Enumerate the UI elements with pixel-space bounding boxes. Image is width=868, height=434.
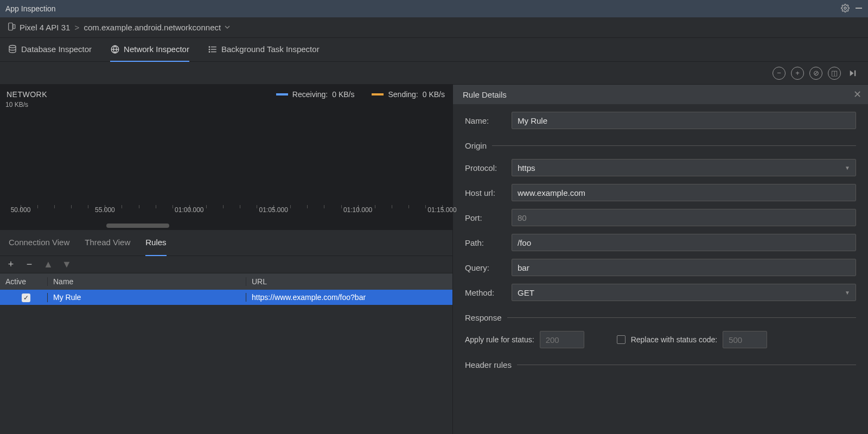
replace-status-checkbox[interactable] [617, 335, 626, 344]
apply-status-input[interactable] [540, 331, 584, 348]
rules-table-header: Active Name URL [0, 273, 452, 290]
remove-rule-button[interactable]: − [25, 259, 34, 270]
protocol-value: https [518, 163, 535, 173]
close-icon[interactable]: ✕ [853, 88, 861, 100]
sub-tabs: Connection View Thread View Rules [0, 230, 452, 256]
col-header-url[interactable]: URL [246, 277, 452, 286]
timeline-axis[interactable]: 50.00055.00001:00.00001:05.00001:10.0000… [0, 196, 452, 227]
origin-section-title: Origin [465, 141, 487, 150]
rules-table: Active Name URL ✓ My Rule https://www.ex… [0, 273, 452, 434]
timeline-scroll-thumb[interactable] [106, 224, 169, 228]
go-to-live-icon[interactable] [846, 67, 859, 80]
tab-background-task-inspector[interactable]: Background Task Inspector [208, 38, 320, 62]
chevron-down-icon: ▼ [845, 165, 850, 171]
timeline-tick-label: 01:15.000 [427, 206, 456, 214]
database-icon [8, 44, 17, 54]
inspector-tabs: Database Inspector Network Inspector Bac… [0, 38, 868, 62]
svg-point-4 [9, 45, 16, 48]
tab-label: Database Inspector [21, 44, 92, 54]
col-header-name[interactable]: Name [48, 277, 246, 286]
network-chart-panel: NETWORK Receiving: 0 KB/s Sending: 0 KB/… [0, 85, 452, 230]
response-section-divider: Response [465, 313, 856, 322]
network-legend: Receiving: 0 KB/s Sending: 0 KB/s [276, 90, 445, 99]
chevron-down-icon: ▼ [845, 290, 850, 296]
apply-status-label: Apply rule for status: [465, 335, 534, 344]
breadcrumb[interactable]: Pixel 4 API 31 > com.example.android.net… [20, 23, 221, 32]
tab-database-inspector[interactable]: Database Inspector [8, 38, 92, 62]
legend-swatch-orange [372, 93, 384, 95]
path-input[interactable] [512, 234, 856, 251]
active-checkbox[interactable]: ✓ [22, 293, 30, 302]
svg-rect-1 [856, 8, 862, 9]
zoom-out-icon[interactable]: − [773, 67, 786, 80]
y-axis-label: 10 KB/s [0, 101, 452, 108]
table-row[interactable]: ✓ My Rule https://www.example.com/foo?ba… [0, 290, 452, 305]
svg-point-0 [844, 7, 846, 9]
cell-active: ✓ [0, 293, 48, 302]
divider-line [517, 365, 856, 365]
host-label: Host url: [465, 188, 505, 197]
left-pane: NETWORK Receiving: 0 KB/s Sending: 0 KB/… [0, 85, 453, 434]
timeline-tick-label: 50.000 [11, 206, 31, 214]
timeline-tick-label: 55.000 [95, 206, 115, 214]
rule-details-header: Rule Details ✕ [453, 85, 868, 104]
legend-receiving-value: 0 KB/s [332, 90, 354, 99]
network-chart-title: NETWORK [7, 90, 47, 99]
name-label: Name: [465, 116, 505, 125]
minimize-icon[interactable] [855, 4, 863, 14]
host-input[interactable] [512, 184, 856, 201]
cell-name: My Rule [48, 293, 246, 302]
col-header-active[interactable]: Active [0, 277, 48, 286]
divider-line [507, 317, 856, 318]
svg-rect-2 [9, 23, 13, 30]
add-rule-button[interactable]: + [7, 259, 15, 270]
move-down-button[interactable]: ▼ [62, 259, 71, 270]
timeline-tick-label: 01:00.000 [175, 206, 203, 214]
protocol-select[interactable]: https ▼ [512, 159, 856, 176]
gear-icon[interactable] [841, 4, 850, 14]
svg-point-10 [209, 49, 210, 50]
origin-section-divider: Origin [465, 141, 856, 150]
port-input[interactable] [512, 209, 856, 226]
rule-details-body: Name: Origin Protocol: https ▼ Host url:… [453, 104, 868, 434]
rule-details-title: Rule Details [463, 90, 507, 99]
main-area: NETWORK Receiving: 0 KB/s Sending: 0 KB/… [0, 85, 868, 434]
tab-label: Background Task Inspector [221, 44, 320, 54]
move-up-button[interactable]: ▲ [43, 259, 52, 270]
port-label: Port: [465, 213, 505, 222]
svg-point-9 [209, 46, 210, 47]
tab-network-inspector[interactable]: Network Inspector [110, 38, 189, 62]
legend-swatch-blue [276, 93, 288, 95]
chevron-down-icon[interactable] [224, 23, 231, 32]
tab-label: Network Inspector [124, 44, 189, 54]
timeline-tick-label: 01:10.000 [343, 206, 372, 214]
reset-zoom-icon[interactable]: ⊘ [809, 67, 822, 80]
controls-bar: − + ⊘ ◫ [0, 62, 868, 85]
title-bar: App Inspection [0, 0, 868, 17]
sub-tab-connection-view[interactable]: Connection View [9, 230, 69, 256]
svg-rect-3 [13, 24, 15, 29]
breadcrumb-device: Pixel 4 API 31 [20, 23, 70, 32]
rule-details-pane: Rule Details ✕ Name: Origin Protocol: ht… [453, 85, 868, 434]
path-label: Path: [465, 238, 505, 247]
protocol-label: Protocol: [465, 163, 505, 173]
cell-url: https://www.example.com/foo?bar [246, 293, 452, 302]
breadcrumb-separator: > [75, 23, 80, 32]
name-input[interactable] [512, 112, 856, 129]
sub-tab-rules[interactable]: Rules [145, 230, 166, 256]
zoom-in-icon[interactable]: + [791, 67, 804, 80]
replace-status-input[interactable] [723, 331, 767, 348]
legend-receiving-label: Receiving: [292, 90, 328, 99]
list-icon [208, 44, 218, 54]
method-select[interactable]: GET ▼ [512, 284, 856, 301]
zoom-selection-icon[interactable]: ◫ [828, 67, 841, 80]
legend-sending-value: 0 KB/s [423, 90, 445, 99]
legend-receiving: Receiving: 0 KB/s [276, 90, 355, 99]
panel-title: App Inspection [5, 4, 56, 13]
timeline-tick-label: 01:05.000 [259, 206, 288, 214]
query-input[interactable] [512, 259, 856, 276]
sub-tab-thread-view[interactable]: Thread View [85, 230, 130, 256]
breadcrumb-bar: Pixel 4 API 31 > com.example.android.net… [0, 17, 868, 38]
replace-status-label: Replace with status code: [631, 335, 718, 344]
globe-icon [110, 44, 120, 54]
